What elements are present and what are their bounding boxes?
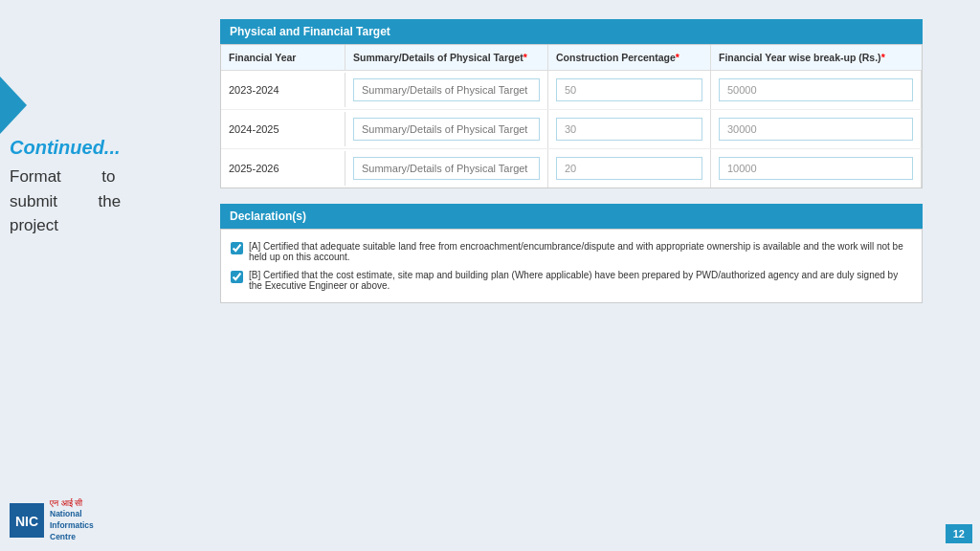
breakup-cell-2 <box>711 110 922 148</box>
side-text-panel: Continued... Format to submit the projec… <box>10 134 121 238</box>
table-row: 2024-2025 <box>221 110 922 149</box>
summary-input-2[interactable] <box>353 118 540 141</box>
summary-input-cell-3 <box>345 149 548 187</box>
col-fy-breakup: Financial Year wise break-up (Rs.)* <box>711 45 922 70</box>
breakup-cell-3 <box>711 149 922 187</box>
construction-pct-cell-2 <box>548 110 711 148</box>
left-arrow-decoration <box>0 77 27 134</box>
declaration-checkbox-a[interactable] <box>231 242 243 254</box>
declaration-item-b: [B] Certified that the cost estimate, si… <box>231 270 912 291</box>
construction-pct-input-1[interactable] <box>556 78 702 101</box>
svg-text:NIC: NIC <box>15 514 38 529</box>
nic-text-block: एन आई सी National Informatics Centre <box>50 497 94 543</box>
summary-input-cell-1 <box>345 71 548 109</box>
declarations-header: Declaration(s) <box>220 204 923 229</box>
year-2023-2024: 2023-2024 <box>221 73 345 107</box>
breakup-input-3[interactable] <box>719 157 913 180</box>
construction-pct-cell-1 <box>548 71 711 109</box>
col-financial-year: Financial Year <box>221 45 345 70</box>
summary-input-cell-2 <box>345 110 548 148</box>
nic-centre: Centre <box>50 532 94 543</box>
physical-financial-header: Physical and Financial Target <box>220 19 923 44</box>
declaration-label-a: [A] Certified that adequate suitable lan… <box>249 241 912 262</box>
breakup-input-1[interactable] <box>719 78 913 101</box>
construction-pct-input-2[interactable] <box>556 118 702 141</box>
declaration-label-b: [B] Certified that the cost estimate, si… <box>249 270 912 291</box>
main-content: Physical and Financial Target Financial … <box>220 19 923 494</box>
col-construction-pct: Construction Percentage* <box>548 45 711 70</box>
construction-pct-input-3[interactable] <box>556 157 702 180</box>
nic-hindi-text: एन आई सी <box>50 497 94 510</box>
breakup-cell-1 <box>711 71 922 109</box>
year-2024-2025: 2024-2025 <box>221 112 345 146</box>
nic-logo-icon: NIC <box>10 503 44 538</box>
nic-informatics: Informatics <box>50 520 94 532</box>
nic-logo: NIC एन आई सी National Informatics Centre <box>10 497 94 543</box>
physical-financial-table: Financial Year Summary/Details of Physic… <box>220 44 923 188</box>
nic-logo-svg: NIC <box>10 503 44 538</box>
summary-input-3[interactable] <box>353 157 540 180</box>
col-summary: Summary/Details of Physical Target* <box>345 45 548 70</box>
declaration-checkbox-b[interactable] <box>231 271 243 283</box>
declarations-body: [A] Certified that adequate suitable lan… <box>220 229 923 303</box>
construction-pct-cell-3 <box>548 149 711 187</box>
subtitle-text: Format to submit the project <box>10 165 121 238</box>
table-header-row: Financial Year Summary/Details of Physic… <box>221 45 922 71</box>
nic-national: National <box>50 509 94 520</box>
declaration-item-a: [A] Certified that adequate suitable lan… <box>231 241 912 262</box>
page-number: 12 <box>946 524 972 543</box>
declarations-section: Declaration(s) [A] Certified that adequa… <box>220 204 923 303</box>
table-row: 2023-2024 <box>221 71 922 110</box>
breakup-input-2[interactable] <box>719 118 913 141</box>
summary-input-1[interactable] <box>353 78 540 101</box>
continued-label: Continued... <box>10 134 121 161</box>
table-row: 2025-2026 <box>221 149 922 187</box>
physical-financial-section: Physical and Financial Target Financial … <box>220 19 923 188</box>
year-2025-2026: 2025-2026 <box>221 151 345 186</box>
